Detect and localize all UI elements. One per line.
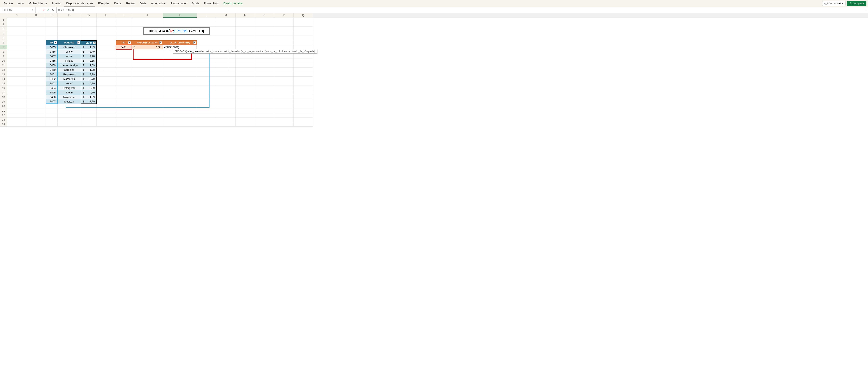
cell[interactable]	[132, 49, 163, 54]
cell[interactable]	[274, 54, 293, 58]
col-header[interactable]: K	[163, 13, 197, 18]
cell[interactable]	[97, 40, 116, 45]
cell[interactable]	[197, 104, 216, 108]
cell[interactable]: $4,59	[81, 95, 97, 100]
cell[interactable]	[116, 100, 132, 104]
cell[interactable]	[197, 22, 216, 27]
cell[interactable]	[236, 86, 255, 90]
cell[interactable]	[197, 58, 216, 63]
cell[interactable]: $3,49	[81, 49, 97, 54]
cell[interactable]: =BUSCARX(	[163, 45, 196, 49]
cell[interactable]	[255, 63, 274, 67]
cell[interactable]	[116, 22, 132, 27]
cell[interactable]	[97, 122, 116, 126]
cell[interactable]	[116, 54, 132, 58]
cell[interactable]: 3456	[46, 49, 58, 54]
cell[interactable]: Leche	[58, 49, 81, 54]
cell[interactable]	[97, 45, 116, 49]
cell[interactable]	[255, 22, 274, 27]
cell[interactable]	[197, 108, 216, 113]
row-header[interactable]: 12	[0, 67, 7, 72]
cell[interactable]	[7, 58, 26, 63]
cell[interactable]	[216, 122, 236, 126]
cell[interactable]	[255, 18, 274, 22]
cell[interactable]	[81, 18, 97, 22]
cell[interactable]: Jábon	[58, 90, 81, 95]
cell[interactable]	[274, 81, 293, 86]
cell[interactable]	[81, 22, 97, 27]
cell[interactable]: 3465	[46, 90, 58, 95]
cell[interactable]: Mayonesa	[58, 95, 81, 100]
cell[interactable]	[216, 18, 236, 22]
cell[interactable]	[132, 90, 163, 95]
cell[interactable]	[97, 63, 116, 67]
cell[interactable]: $1,89	[81, 63, 97, 67]
cell[interactable]	[255, 100, 274, 104]
cell[interactable]	[274, 108, 293, 113]
cell[interactable]	[132, 100, 163, 104]
cell[interactable]	[216, 81, 236, 86]
cell[interactable]: $9,70	[81, 90, 97, 95]
cell[interactable]	[26, 31, 46, 36]
cell[interactable]	[293, 86, 313, 90]
cell[interactable]	[132, 22, 163, 27]
cell[interactable]	[216, 67, 236, 72]
cell[interactable]	[97, 100, 116, 104]
cell[interactable]	[26, 63, 46, 67]
cell[interactable]	[216, 45, 236, 49]
cell[interactable]	[81, 27, 97, 31]
cell[interactable]	[236, 100, 255, 104]
cell[interactable]	[132, 58, 163, 63]
cell[interactable]	[7, 95, 26, 100]
fx-icon[interactable]: fx	[51, 8, 55, 12]
ribbon-tab-vista[interactable]: Vista	[138, 1, 148, 6]
row-header[interactable]: 3	[0, 27, 7, 31]
cell[interactable]	[274, 36, 293, 40]
ribbon-tab-automatizar[interactable]: Automatizar	[149, 1, 168, 6]
cell[interactable]	[81, 108, 97, 113]
cell[interactable]	[255, 77, 274, 81]
cell[interactable]	[216, 86, 236, 90]
cell[interactable]: Mostaza	[58, 100, 81, 104]
cell[interactable]	[97, 90, 116, 95]
cell[interactable]	[293, 72, 313, 77]
cell[interactable]	[163, 63, 197, 67]
cell[interactable]	[293, 36, 313, 40]
row-header[interactable]: 1	[0, 18, 7, 22]
cell[interactable]	[197, 90, 216, 95]
cell[interactable]	[236, 77, 255, 81]
cell[interactable]	[97, 81, 116, 86]
cell[interactable]	[293, 58, 313, 63]
row-header[interactable]: 4	[0, 31, 7, 36]
cell[interactable]	[163, 67, 197, 72]
cell[interactable]: Margarina	[58, 77, 81, 81]
filter-icon[interactable]: ▾	[54, 41, 57, 44]
cell[interactable]	[236, 54, 255, 58]
cell[interactable]: Yogur	[58, 81, 81, 86]
cell[interactable]	[293, 27, 313, 31]
cell[interactable]	[236, 31, 255, 36]
cell[interactable]	[293, 108, 313, 113]
cell[interactable]	[26, 90, 46, 95]
row-header[interactable]: 24	[0, 122, 7, 126]
col-header[interactable]: N	[236, 13, 255, 18]
cell[interactable]	[7, 49, 26, 54]
name-box[interactable]: HALLAR ▼	[0, 7, 35, 13]
cell[interactable]: Poducto▾	[58, 40, 81, 45]
cell[interactable]	[116, 86, 132, 90]
ribbon-tab-programador[interactable]: Programador	[169, 1, 189, 6]
cell[interactable]	[132, 117, 163, 122]
col-header[interactable]: O	[255, 13, 274, 18]
filter-icon[interactable]: ▾	[77, 41, 80, 44]
cell[interactable]	[197, 36, 216, 40]
cell[interactable]	[116, 95, 132, 100]
cell[interactable]	[293, 31, 313, 36]
cell[interactable]	[97, 22, 116, 27]
cell[interactable]	[26, 100, 46, 104]
cell[interactable]	[255, 108, 274, 113]
cell[interactable]	[58, 113, 81, 117]
cell[interactable]	[132, 104, 163, 108]
cell[interactable]	[26, 86, 46, 90]
cell[interactable]	[81, 31, 97, 36]
cell[interactable]	[236, 22, 255, 27]
